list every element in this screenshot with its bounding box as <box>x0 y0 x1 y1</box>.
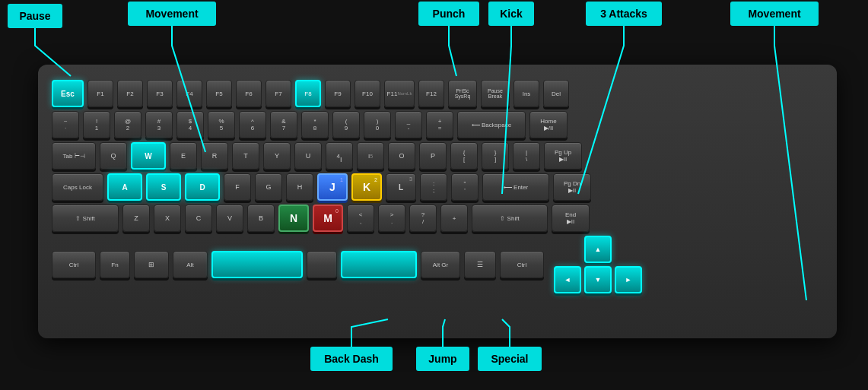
key-o[interactable]: O <box>388 142 415 170</box>
key-quote[interactable]: "' <box>451 173 479 201</box>
svg-rect-2 <box>418 2 479 26</box>
key-backslash[interactable]: |\ <box>513 142 540 170</box>
key-space-left[interactable] <box>211 251 303 278</box>
key-pgdn[interactable]: Pg Dn▶II <box>553 173 591 201</box>
key-pgup[interactable]: Pg Up▶II <box>544 142 582 170</box>
key-x[interactable]: X <box>154 205 181 232</box>
key-rshift[interactable]: ⇧ Shift <box>472 205 548 232</box>
key-4[interactable]: $4 <box>176 111 204 138</box>
key-space-mid[interactable] <box>307 251 337 278</box>
key-f4[interactable]: F4 <box>176 80 202 107</box>
key-lt[interactable]: <, <box>347 205 374 232</box>
svg-rect-3 <box>488 2 534 26</box>
key-f5[interactable]: F5 <box>206 80 232 107</box>
key-j[interactable]: J1 <box>317 173 348 201</box>
key-f8[interactable]: F8 <box>295 80 321 107</box>
key-g[interactable]: G <box>255 173 282 201</box>
label-3attacks: 3 Attacks <box>600 8 647 20</box>
key-f[interactable]: F <box>224 173 251 201</box>
key-ins[interactable]: Ins <box>513 80 539 107</box>
key-tab[interactable]: Tab ⊢⊣ <box>52 142 96 170</box>
key-6[interactable]: ^6 <box>239 111 266 138</box>
key-i-num[interactable]: I5 <box>357 142 384 170</box>
key-f7[interactable]: F7 <box>265 80 291 107</box>
key-a[interactable]: A <box>107 173 142 201</box>
key-9[interactable]: (9 <box>332 111 360 138</box>
key-space-right[interactable] <box>341 251 417 278</box>
key-d[interactable]: D <box>185 173 220 201</box>
key-i[interactable]: 4I <box>326 142 353 170</box>
label-back-dash: Back Dash <box>324 353 379 365</box>
key-rctrl[interactable]: Ctrl <box>500 251 544 278</box>
key-5[interactable]: %5 <box>208 111 235 138</box>
key-p[interactable]: P <box>419 142 447 170</box>
key-prtsc[interactable]: PrtScSysRq <box>448 80 477 107</box>
key-2[interactable]: @2 <box>114 111 141 138</box>
svg-rect-7 <box>416 347 469 371</box>
row-zxcv: ⇧ Shift Z X C V B N M0 <, >. ?/ + ⇧ Shif… <box>52 205 823 232</box>
row-asdf: Caps Lock A S D F G H J1 K2 L3 :; "' ⟵ E… <box>52 173 823 201</box>
key-f6[interactable]: F6 <box>236 80 262 107</box>
label-special: Special <box>491 353 528 365</box>
key-n[interactable]: N <box>278 205 309 232</box>
key-backspace[interactable]: ⟵ Backspace <box>457 111 526 138</box>
key-q[interactable]: Q <box>100 142 127 170</box>
key-caps[interactable]: Caps Lock <box>52 173 103 201</box>
key-7[interactable]: &7 <box>270 111 297 138</box>
key-rbracket[interactable]: }] <box>482 142 509 170</box>
key-menu[interactable]: ☰ <box>464 251 496 278</box>
key-w[interactable]: W <box>131 142 166 170</box>
key-f1[interactable]: F1 <box>87 80 113 107</box>
key-f11[interactable]: F11NumLk <box>384 80 415 107</box>
key-up[interactable]: ▲ <box>584 236 612 263</box>
key-f12[interactable]: F12 <box>418 80 444 107</box>
key-f9[interactable]: F9 <box>325 80 351 107</box>
key-r[interactable]: R <box>201 142 228 170</box>
key-c[interactable]: C <box>185 205 212 232</box>
key-esc[interactable]: Esc <box>52 80 84 107</box>
key-minus[interactable]: _- <box>395 111 422 138</box>
keyboard: Esc F1 F2 F3 F4 F5 F6 F7 F8 F9 F10 F11Nu… <box>38 65 837 338</box>
key-l[interactable]: L3 <box>386 173 416 201</box>
key-y[interactable]: Y <box>263 142 291 170</box>
key-tilde[interactable]: ~· <box>52 111 79 138</box>
key-m[interactable]: M0 <box>313 205 343 232</box>
key-3[interactable]: #3 <box>145 111 173 138</box>
key-pause[interactable]: PauseBreak <box>481 80 510 107</box>
key-equals[interactable]: += <box>426 111 453 138</box>
key-lshift[interactable]: ⇧ Shift <box>52 205 119 232</box>
key-f3[interactable]: F3 <box>147 80 173 107</box>
key-home[interactable]: Home▶/II <box>529 111 568 138</box>
key-left[interactable]: ◄ <box>554 266 581 293</box>
key-t[interactable]: T <box>232 142 259 170</box>
key-win[interactable]: ⊞ <box>134 251 169 278</box>
key-z[interactable]: Z <box>122 205 150 232</box>
key-question[interactable]: ?/ <box>409 205 437 232</box>
key-s[interactable]: S <box>146 173 181 201</box>
key-semicolon[interactable]: :; <box>420 173 447 201</box>
key-f10[interactable]: F10 <box>355 80 380 107</box>
key-right[interactable]: ► <box>615 266 642 293</box>
key-h[interactable]: H <box>286 173 313 201</box>
key-lctrl[interactable]: Ctrl <box>52 251 96 278</box>
key-lalt[interactable]: Alt <box>173 251 208 278</box>
svg-rect-6 <box>310 347 393 371</box>
key-8[interactable]: *8 <box>301 111 329 138</box>
key-0[interactable]: )0 <box>364 111 391 138</box>
key-lbracket[interactable]: {[ <box>450 142 478 170</box>
key-f2[interactable]: F2 <box>117 80 143 107</box>
key-enter[interactable]: ⟵ Enter <box>482 173 549 201</box>
key-end[interactable]: End▶II <box>552 205 590 232</box>
key-b[interactable]: B <box>247 205 275 232</box>
key-v[interactable]: V <box>216 205 243 232</box>
key-gt[interactable]: >. <box>378 205 405 232</box>
key-u[interactable]: U <box>294 142 322 170</box>
key-altgr[interactable]: Alt Gr <box>421 251 460 278</box>
key-1[interactable]: !1 <box>83 111 110 138</box>
key-k[interactable]: K2 <box>351 173 382 201</box>
key-del[interactable]: Del <box>543 80 569 107</box>
key-plus[interactable]: + <box>440 205 468 232</box>
key-down[interactable]: ▼ <box>584 266 612 293</box>
key-e[interactable]: E <box>170 142 197 170</box>
key-fn[interactable]: Fn <box>100 251 130 278</box>
